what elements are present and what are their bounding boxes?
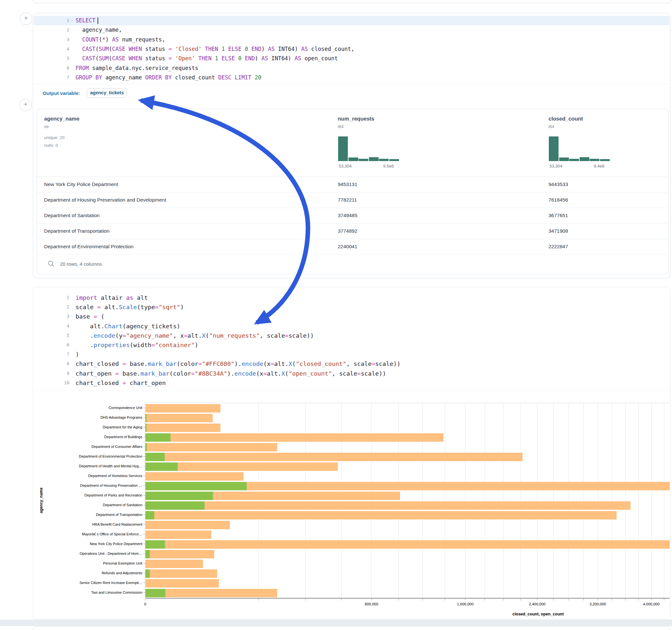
column-header-num_requests[interactable]: num_requests [338,116,375,122]
x-tick [305,598,306,601]
bar-closed-18 [145,579,219,587]
column-header-agency_name[interactable]: agency_name [44,116,79,122]
python-code-editor[interactable]: 1import altair as alt2scale = alt.Scale(… [33,293,670,389]
bar-open-5 [145,453,165,461]
line-number: 2 [33,25,69,35]
line-number: 2 [33,302,69,312]
table-cell[interactable]: 7782211 [338,192,357,208]
table-cell[interactable]: Department of Transportation [44,223,110,239]
gridline [612,403,612,598]
gridline [598,403,598,598]
histogram-min-label: 53,304 [339,164,352,169]
sql-code-editor[interactable]: 1⌄SELECT2 agency_name,3 COUNT(*) AS num_… [33,16,670,84]
x-axis-label: 4,000,000 [632,602,671,606]
table-cell[interactable]: 3749485 [338,208,357,223]
bar-open-9 [145,492,213,500]
code-line-4: 4 CAST(SUM(CASE WHEN status = 'Closed' T… [33,44,670,54]
table-cell[interactable]: 3677651 [549,208,568,223]
bar-closed-16 [145,560,203,568]
line-number: 6 [33,64,69,73]
output-variable-pill[interactable]: agency_tickets [87,88,127,98]
histogram-bar [358,159,368,162]
code-line-6: 6 .properties(width="container") [33,340,670,350]
bar-closed-11 [145,511,617,519]
bar-open-2 [145,423,146,432]
gridline [553,403,554,598]
bar-closed-1 [145,414,213,422]
x-tick [612,598,612,601]
histogram-bar [549,136,559,162]
fold-caret-icon[interactable]: ⌄ [71,15,73,25]
table-cell[interactable]: 2222847 [549,239,568,255]
y-axis-label: Department of Buildings [45,432,142,442]
histogram-max-label: 9.4e6 [594,164,605,169]
bar-closed-4 [145,443,277,452]
bar-closed-2 [145,423,220,432]
bar-open-14 [145,540,165,549]
histogram-bar [348,157,359,162]
fold-caret-icon[interactable]: ⌄ [71,311,73,320]
table-cell[interactable]: Department of Housing Preservation and D… [44,192,166,208]
histogram-bar [579,157,590,162]
table-cell[interactable]: Department of Environmental Protection [44,239,134,255]
x-tick [341,598,342,601]
histogram-bar [368,157,379,162]
column-header-closed_count[interactable]: closed_count [549,116,583,122]
search-icon[interactable] [48,260,55,267]
line-number: 1 [33,293,69,302]
add-cell-button-top[interactable]: + [20,13,32,25]
x-tick [537,598,537,601]
y-axis-label: Refunds and Adjustments [45,568,142,578]
line-number: 10 [33,378,69,388]
x-tick [598,598,598,601]
row-divider [37,255,668,255]
bar-closed-3 [145,433,443,442]
table-cell[interactable]: 3471908 [549,223,568,239]
y-axis-label: Department of Homeless Services [45,471,142,481]
column-type: i64 [338,124,344,129]
x-axis-label: 2,400,000 [518,602,557,606]
table-cell[interactable]: 9443533 [549,177,568,192]
gridline [258,403,259,598]
table-cell[interactable]: 9453131 [338,177,357,192]
y-axis-label: Department of Sanitation [45,500,142,510]
x-tick [258,598,259,601]
table-shape-status: 20 rows, 4 columns [60,261,102,267]
table-cell[interactable]: 2240041 [338,239,357,255]
column-stat: unique: 20 [44,135,65,140]
line-number: 3 [33,312,69,321]
x-tick [423,598,423,601]
bar-open-17 [145,570,150,578]
table-cell[interactable]: 7618456 [549,192,568,208]
bar-open-6 [145,462,178,471]
table-cell[interactable]: 3774892 [338,223,357,239]
cell-divider [34,84,669,84]
x-tick [503,598,503,601]
gridline [503,403,503,598]
column-stat: nulls: 0 [44,143,58,148]
y-axis-label: Department of Environmental Protection [45,452,142,461]
bar-open-19 [145,589,165,597]
y-axis-label: Senior Citizen Rent Increase Exempti… [45,578,142,587]
table-cell[interactable]: New York City Police Department [44,177,118,192]
histogram-max-label: 9.5e6 [383,164,394,169]
y-axis-title: agency_name [39,487,44,513]
x-tick [625,598,626,601]
histogram-bar [569,159,579,162]
gridline [521,403,521,598]
line-number: 7 [33,350,69,359]
bar-open-3 [145,433,170,442]
line-number: 3 [33,35,69,44]
y-axis-label: Personal Exemption Unit [45,558,142,568]
table-cell[interactable]: Department of Sanitation [44,208,99,223]
code-line-5: 5 CAST(SUM(CASE WHEN status = 'Open' THE… [33,54,670,63]
add-cell-button-middle[interactable]: + [20,99,32,111]
y-axis-label: Operations Unit - Department of Hom… [45,549,142,558]
y-axis-label: DHS Advantage Programs [45,413,142,422]
code-line-10: 10chart_closed + chart_open [33,378,670,388]
sql-cell: 1⌄SELECT2 agency_name,3 COUNT(*) AS num_… [33,13,670,278]
bar-open-11 [145,511,154,519]
column-type: str [44,124,49,129]
output-variable-label: Output variable: [43,91,80,96]
bar-open-15 [145,550,150,558]
